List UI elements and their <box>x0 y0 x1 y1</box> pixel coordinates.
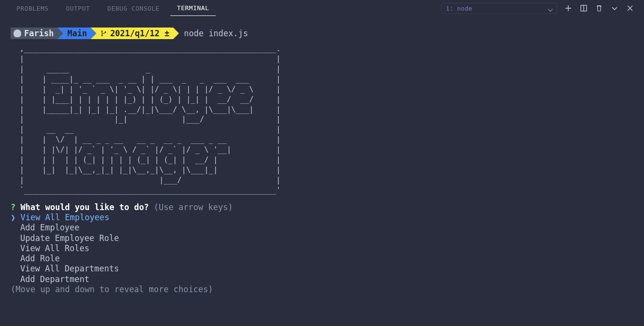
tab-terminal[interactable]: TERMINAL <box>170 0 216 16</box>
question-mark-icon: ? <box>11 202 15 212</box>
shell-command: node index.js <box>184 28 248 38</box>
close-panel-button[interactable] <box>626 4 634 13</box>
maximize-panel-button[interactable] <box>610 4 619 13</box>
panel-tab-bar: PROBLEMS OUTPUT DEBUG CONSOLE TERMINAL 1… <box>0 0 644 17</box>
terminal-selector-dropdown[interactable]: 1: node <box>441 3 557 14</box>
terminal-content[interactable]: Farish Main 2021/q1/12 ± node index.js ,… <box>0 17 644 295</box>
split-terminal-button[interactable] <box>579 4 588 13</box>
inquirer-option[interactable]: Add Employee <box>20 223 633 233</box>
split-panel-icon <box>580 4 588 12</box>
prompt-segment-user: Farish <box>11 28 57 39</box>
tab-problems[interactable]: PROBLEMS <box>10 1 55 16</box>
inquirer-option[interactable]: Update Employee Role <box>20 233 633 243</box>
pointer-icon: ❯ <box>11 213 15 222</box>
svg-point-3 <box>101 35 103 36</box>
git-branch-icon <box>100 30 107 37</box>
tab-debug-console[interactable]: DEBUG CONSOLE <box>101 1 166 16</box>
trash-icon <box>595 4 603 12</box>
tab-output[interactable]: OUTPUT <box>59 1 97 16</box>
inquirer-option[interactable]: View All Departments <box>20 264 633 274</box>
chevron-up-icon <box>611 4 618 12</box>
inquirer-option-selected[interactable]: ❯ View All Employees <box>11 213 633 223</box>
inquirer-footer-hint: (Move up and down to reveal more choices… <box>11 284 633 295</box>
prompt-segment-git: 2021/q1/12 ± <box>91 28 173 39</box>
kill-terminal-button[interactable] <box>595 4 603 13</box>
inquirer-option[interactable]: Add Role <box>20 254 633 264</box>
terminal-selector-label: 1: node <box>446 5 472 12</box>
plus-icon <box>564 4 572 12</box>
inquirer-question-line: ? What would you like to do? (Use arrow … <box>11 202 633 213</box>
shell-prompt: Farish Main 2021/q1/12 ± node index.js <box>11 28 633 39</box>
inquirer-option[interactable]: View All Roles <box>20 243 633 254</box>
close-icon <box>626 4 634 12</box>
new-terminal-button[interactable] <box>564 4 573 13</box>
svg-point-2 <box>101 30 103 32</box>
inquirer-option[interactable]: Add Department <box>20 274 633 284</box>
chevron-down-icon <box>548 6 553 11</box>
ascii-banner: ,_______________________________________… <box>11 44 633 196</box>
